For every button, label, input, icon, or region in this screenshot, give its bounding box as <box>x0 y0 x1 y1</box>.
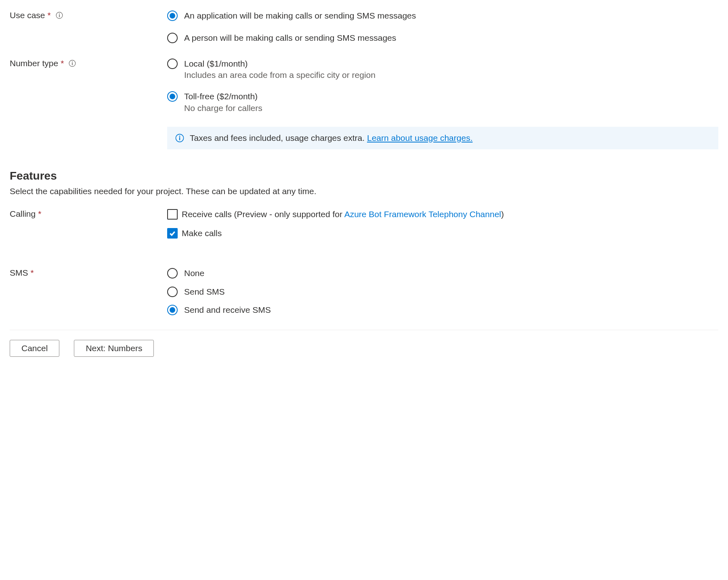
next-button[interactable]: Next: Numbers <box>74 340 154 357</box>
azure-bot-framework-link[interactable]: Azure Bot Framework Telephony Channel <box>344 209 501 219</box>
footer-buttons: Cancel Next: Numbers <box>10 340 718 357</box>
radio-selected-icon <box>167 305 178 315</box>
use-case-label: Use case * <box>10 10 167 20</box>
info-icon[interactable] <box>56 12 63 19</box>
sms-send-receive-label: Send and receive SMS <box>184 304 271 316</box>
checkbox-unchecked-icon <box>167 209 178 220</box>
info-icon[interactable] <box>69 60 76 67</box>
radio-unselected-icon <box>167 268 178 278</box>
svg-point-4 <box>72 61 73 62</box>
cancel-button[interactable]: Cancel <box>10 340 59 357</box>
sms-send-receive-option[interactable]: Send and receive SMS <box>167 304 718 316</box>
sms-none-label: None <box>184 267 204 279</box>
sms-options: None Send SMS Send and receive SMS <box>167 267 718 316</box>
svg-rect-2 <box>59 15 60 17</box>
number-type-local-option[interactable]: Local ($1/month) Includes an area code f… <box>167 58 718 80</box>
calling-receive-label: Receive calls (Preview - only supported … <box>182 208 504 220</box>
number-type-label-text: Number type <box>10 59 58 68</box>
number-type-options: Local ($1/month) Includes an area code f… <box>167 58 718 149</box>
required-asterisk: * <box>61 59 64 68</box>
use-case-application-option[interactable]: An application will be making calls or s… <box>167 10 718 21</box>
radio-unselected-icon <box>167 59 178 69</box>
sms-send-label: Send SMS <box>184 286 224 297</box>
sms-none-option[interactable]: None <box>167 267 718 279</box>
svg-point-7 <box>179 136 180 137</box>
features-heading: Features <box>10 170 718 182</box>
sms-label: SMS * <box>10 267 167 278</box>
required-asterisk: * <box>31 268 34 278</box>
use-case-application-label: An application will be making calls or s… <box>184 10 416 21</box>
number-type-tollfree-option[interactable]: Toll-free ($2/month) No charge for calle… <box>167 90 718 113</box>
use-case-person-label: A person will be making calls or sending… <box>184 32 396 44</box>
calling-receive-prefix: Receive calls (Preview - only supported … <box>182 209 344 219</box>
footer-divider <box>10 330 718 330</box>
calling-make-label: Make calls <box>182 227 222 239</box>
calling-options: Receive calls (Preview - only supported … <box>167 208 718 247</box>
number-type-row: Number type * Local ($1/month) Includes … <box>10 58 718 149</box>
calling-receive-suffix: ) <box>501 209 504 219</box>
svg-point-1 <box>59 13 60 14</box>
checkbox-checked-icon <box>167 228 178 239</box>
pricing-info-text: Taxes and fees included, usage charges e… <box>190 133 472 143</box>
radio-selected-icon <box>167 91 178 102</box>
use-case-label-text: Use case <box>10 10 45 20</box>
calling-make-option[interactable]: Make calls <box>167 227 718 239</box>
sms-send-option[interactable]: Send SMS <box>167 286 718 297</box>
sms-row: SMS * None Send SMS Send and receive SMS <box>10 267 718 316</box>
calling-label-text: Calling <box>10 209 36 219</box>
use-case-row: Use case * An application will be making… <box>10 10 718 44</box>
svg-rect-5 <box>72 63 73 65</box>
calling-label: Calling * <box>10 208 167 219</box>
required-asterisk: * <box>38 209 41 219</box>
info-icon <box>175 134 184 142</box>
number-type-tollfree-title: Toll-free ($2/month) <box>184 90 262 102</box>
sms-label-text: SMS <box>10 268 28 278</box>
usage-charges-link[interactable]: Learn about usage charges. <box>367 133 473 142</box>
number-type-local-sub: Includes an area code from a specific ci… <box>184 70 376 80</box>
number-type-label: Number type * <box>10 58 167 68</box>
radio-unselected-icon <box>167 33 178 43</box>
pricing-info-prefix: Taxes and fees included, usage charges e… <box>190 133 367 142</box>
radio-selected-icon <box>167 10 178 21</box>
radio-unselected-icon <box>167 287 178 297</box>
calling-receive-option[interactable]: Receive calls (Preview - only supported … <box>167 208 718 220</box>
number-type-tollfree-sub: No charge for callers <box>184 103 262 113</box>
number-type-local-title: Local ($1/month) <box>184 58 376 69</box>
required-asterisk: * <box>48 10 51 20</box>
pricing-info-box: Taxes and fees included, usage charges e… <box>167 127 718 149</box>
use-case-person-option[interactable]: A person will be making calls or sending… <box>167 32 718 44</box>
svg-rect-8 <box>179 137 180 140</box>
use-case-options: An application will be making calls or s… <box>167 10 718 44</box>
calling-row: Calling * Receive calls (Preview - only … <box>10 208 718 247</box>
features-description: Select the capabilities needed for your … <box>10 186 718 196</box>
